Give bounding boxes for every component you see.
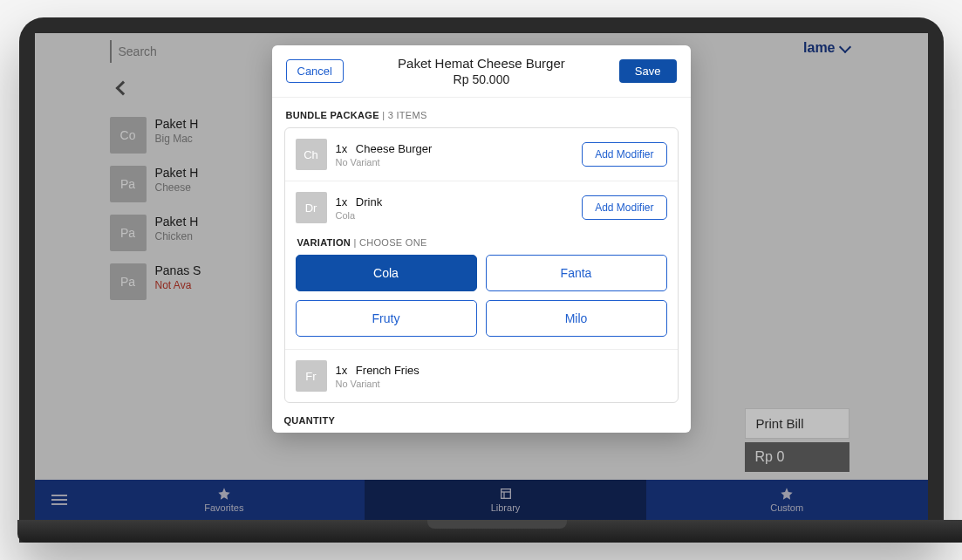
modal-body: BUNDLE PACKAGE | 3 ITEMS Ch 1x Cheese Bu… [272, 98, 691, 406]
bundle-item-qty: 1x [336, 142, 348, 155]
modal-title: Paket Hemat Cheese Burger [344, 56, 619, 71]
bundle-item-name: 1x Cheese Burger [336, 142, 574, 155]
bundle-item-sub: Cola [336, 210, 574, 221]
bundle-item: Fr 1x French Fries No Variant [285, 350, 678, 402]
variation-option-fanta[interactable]: Fanta [486, 255, 667, 291]
variation-grid: Cola Fanta Fruty Milo [296, 255, 667, 337]
bundle-item-sub: No Variant [336, 379, 667, 389]
screen: Search lame Co Paket H Big Mac Pa [35, 33, 928, 520]
bundle-item-name: 1x Drink [336, 195, 574, 208]
modal-title-block: Paket Hemat Cheese Burger Rp 50.000 [344, 56, 619, 86]
variation-section: VARIATION | CHOOSE ONE Cola Fanta Fruty … [285, 237, 678, 350]
bundle-card: Ch 1x Cheese Burger No Variant Add Modif… [284, 127, 679, 403]
bundle-item-qty: 1x [336, 364, 348, 377]
bundle-section-label: BUNDLE PACKAGE | 3 ITEMS [286, 110, 679, 120]
item-thumb: Ch [296, 139, 327, 170]
bundle-count: 3 ITEMS [388, 110, 427, 120]
bundle-item: Ch 1x Cheese Burger No Variant Add Modif… [285, 128, 678, 181]
bundle-item-name: 1x French Fries [336, 364, 667, 377]
variation-option-cola[interactable]: Cola [296, 255, 477, 291]
item-thumb: Dr [296, 192, 327, 223]
laptop-base [17, 520, 963, 543]
add-modifier-button[interactable]: Add Modifier [582, 195, 666, 220]
laptop-notch [427, 520, 567, 529]
cancel-button[interactable]: Cancel [286, 59, 344, 83]
item-thumb: Fr [296, 360, 327, 392]
bundle-item-sub: No Variant [336, 157, 574, 167]
save-button[interactable]: Save [619, 59, 677, 83]
bundle-modal: Cancel Paket Hemat Cheese Burger Rp 50.0… [272, 45, 691, 433]
bundle-item-qty: 1x [336, 195, 348, 208]
variation-option-fruty[interactable]: Fruty [296, 300, 477, 337]
add-modifier-button[interactable]: Add Modifier [582, 142, 666, 167]
bundle-item: Dr 1x Drink Cola Add Modifier [285, 181, 678, 234]
laptop-frame: Search lame Co Paket H Big Mac Pa [19, 17, 944, 543]
bundle-label: BUNDLE PACKAGE [286, 110, 379, 120]
modal-header: Cancel Paket Hemat Cheese Burger Rp 50.0… [272, 45, 691, 98]
variation-option-milo[interactable]: Milo [486, 300, 667, 337]
modal-price: Rp 50.000 [344, 72, 619, 86]
variation-label: VARIATION | CHOOSE ONE [297, 237, 667, 248]
quantity-section-label: QUANTITY [272, 406, 691, 433]
